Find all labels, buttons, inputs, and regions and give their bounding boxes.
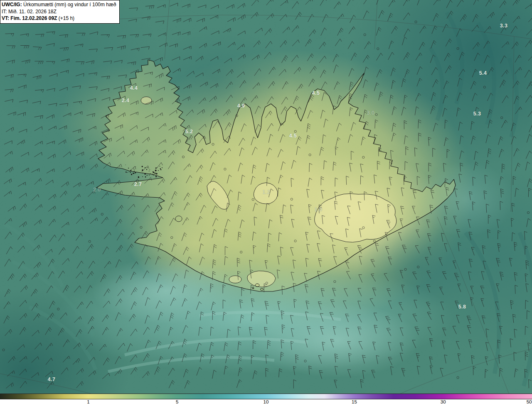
colorbar-tick-15: 15 [352,399,357,404]
map-title-box: UWC/IG: Úrkomumætti (mm) og vindur í 100… [0,0,120,24]
map-title-line: UWC/IG: Úrkomumætti (mm) og vindur í 100… [2,1,116,8]
colorbar-tick-labels: 1510153050 [0,399,532,406]
glacier-drangajokull [141,97,152,104]
glacier-eyjafjallajokull [229,276,241,283]
valid-time-line: VT: Fim. 12.02.2026 09Z (+15 h) [2,15,116,22]
valid-time-value: VT: Fim. 12.02.2026 09Z [2,15,57,21]
map-canvas [0,0,532,394]
model-name: UWC/IG: [2,2,22,7]
colorbar-tick-1: 1 [87,399,89,404]
glacier-vatnajokull [315,193,397,242]
weather-map: 3.35.44.42.44.54.93.05.35.24.52.72.01.21… [0,0,532,394]
map-title: Úrkomumætti (mm) og vindur í 100m hæð [22,2,116,7]
colorbar-tick-50: 50 [527,399,532,404]
colorbar-gradient [0,394,532,399]
init-time-line: IT: Mið. 11. 02. 2026 18Z [2,8,116,15]
colorbar-tick-10: 10 [264,399,269,404]
valid-time-offset: (+15 h) [57,15,74,21]
colorbar-tick-30: 30 [441,399,446,404]
colorbar: 1510153050 [0,394,532,406]
colorbar-tick-5: 5 [176,399,178,404]
